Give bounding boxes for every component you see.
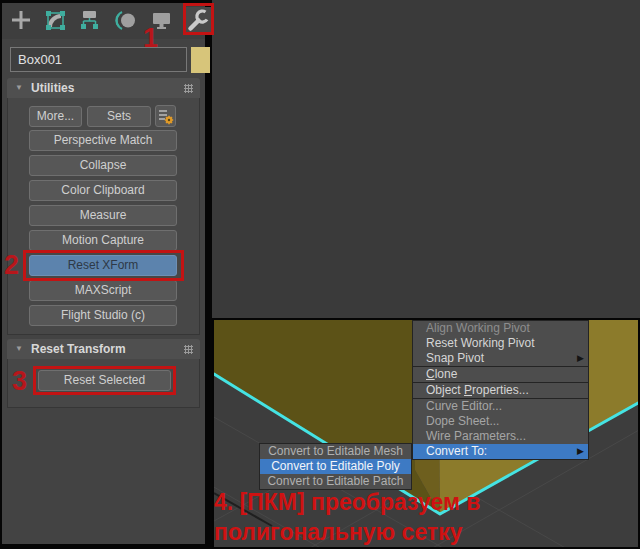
utility-button-maxscript[interactable]: MAXScript (29, 280, 177, 301)
utility-button-color-clipboard[interactable]: Color Clipboard (29, 180, 177, 201)
label-pre: Object (426, 383, 464, 397)
annotation-note-step4: 4. [ПКМ] преобразуем в полигональную сет… (214, 487, 634, 547)
label-rest: lone (435, 367, 458, 381)
screenshot-root: ▼ Utilities More... Sets Perspective Mat… (0, 0, 640, 549)
menu-item-label: Clone (426, 367, 457, 381)
configure-button-sets-icon (156, 106, 175, 126)
annotation-note-line1: 4. [ПКМ] преобразуем в (214, 487, 634, 517)
context-menu-section: Align Working Pivot Reset Working Pivot … (412, 320, 589, 367)
rollout-header-reset-transform[interactable]: ▼ Reset Transform (7, 339, 200, 359)
menu-item-curve-editor[interactable]: Curve Editor... (413, 399, 588, 414)
label-rest: roperties... (472, 383, 529, 397)
menu-item-dope-sheet[interactable]: Dope Sheet... (413, 414, 588, 429)
tab-hierarchy[interactable] (76, 7, 103, 34)
submenu-arrow-icon: ▶ (577, 444, 584, 459)
menu-item-label: Snap Pivot (426, 351, 484, 365)
menu-item-align-working-pivot: Align Working Pivot (413, 321, 588, 336)
menu-item-snap-pivot[interactable]: Snap Pivot ▶ (413, 351, 588, 366)
panel-bottom-border (0, 544, 212, 549)
submenu-arrow-icon: ▶ (577, 351, 584, 366)
utility-button-flight-studio[interactable]: Flight Studio (c) (29, 305, 177, 326)
accelerator-letter: C (426, 367, 435, 381)
context-menu-section: Curve Editor... Dope Sheet... Wire Param… (412, 398, 589, 460)
utility-button-perspective-match[interactable]: Perspective Match (29, 130, 177, 151)
context-menu-section: Object Properties... (412, 382, 589, 399)
collapse-triangle-icon: ▼ (15, 78, 23, 98)
tab-create[interactable] (8, 7, 35, 34)
create-icon (8, 7, 35, 34)
annotation-rect-step3 (33, 366, 176, 395)
annotation-number-3: 3 (12, 368, 27, 395)
context-menu-section: Clone (412, 366, 589, 383)
annotation-rect-step1 (183, 3, 214, 35)
hierarchy-icon (76, 7, 103, 34)
modify-icon (42, 7, 69, 34)
annotation-rect-step2 (23, 250, 184, 281)
menu-item-label: Convert To: (426, 444, 487, 458)
menu-item-convert-to[interactable]: Convert To: ▶ (413, 444, 588, 459)
menu-item-object-properties[interactable]: Object Properties... (413, 383, 588, 398)
configure-button-sets-button[interactable] (155, 105, 176, 127)
object-name-input[interactable] (10, 47, 187, 72)
tab-motion[interactable] (112, 7, 139, 34)
utility-button-collapse[interactable]: Collapse (29, 155, 177, 176)
rollout-title: Utilities (31, 78, 74, 98)
context-menu: Align Working Pivot Reset Working Pivot … (412, 321, 589, 460)
annotation-number-2: 2 (4, 252, 19, 279)
menu-item-wire-parameters[interactable]: Wire Parameters... (413, 429, 588, 444)
menu-item-label: Object Properties... (426, 383, 529, 397)
motion-icon (112, 7, 139, 34)
menu-item-clone[interactable]: Clone (413, 367, 588, 382)
rollout-grip-icon[interactable] (184, 84, 193, 93)
object-color-swatch[interactable] (191, 47, 210, 73)
rollout-header-utilities[interactable]: ▼ Utilities (7, 78, 200, 98)
tab-modify[interactable] (42, 7, 69, 34)
rollout-title: Reset Transform (31, 339, 126, 359)
accelerator-letter: P (464, 383, 472, 397)
rollout-grip-icon[interactable] (184, 345, 193, 354)
submenu-item-editable-mesh[interactable]: Convert to Editable Mesh (260, 444, 411, 459)
utility-button-measure[interactable]: Measure (29, 205, 177, 226)
annotation-number-1: 1 (143, 25, 158, 52)
submenu-item-editable-poly[interactable]: Convert to Editable Poly (260, 459, 411, 474)
more-button[interactable]: More... (29, 106, 82, 127)
collapse-triangle-icon: ▼ (15, 339, 23, 359)
utility-button-motion-capture[interactable]: Motion Capture (29, 230, 177, 251)
convert-to-submenu: Convert to Editable Mesh Convert to Edit… (259, 443, 412, 490)
menu-item-reset-working-pivot[interactable]: Reset Working Pivot (413, 336, 588, 351)
annotation-note-line2: полигональную сетку (214, 517, 634, 547)
sets-button[interactable]: Sets (87, 106, 151, 127)
